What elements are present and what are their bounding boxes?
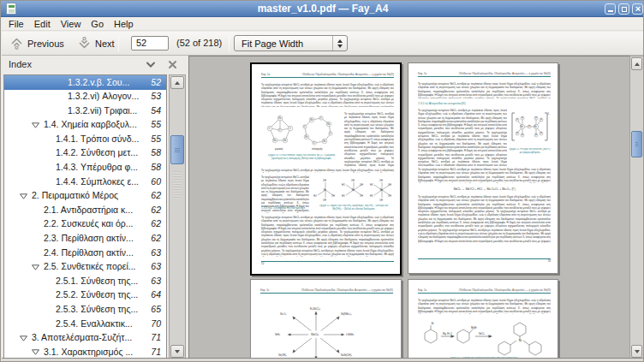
- toc-item[interactable]: 2.4. Περίθλαση ακτίν...63: [4, 246, 166, 260]
- toc-item[interactable]: 1.4.1. Τρόποι σύνδ...55: [4, 132, 166, 146]
- svg-text:Sb: Sb: [278, 116, 282, 120]
- toc-item[interactable]: 2.5.3. Σύνθεση της...65: [4, 303, 166, 317]
- maximize-button[interactable]: [618, 3, 629, 15]
- toc-item[interactable]: 2.5.4. Εναλλακτικ...70: [4, 317, 166, 331]
- pdf-page-55[interactable]: Κεφ. 1οΟξείδια και Υδροξυαλογονίδια, Οξο…: [408, 279, 558, 359]
- svg-text:OH: OH: [323, 199, 326, 202]
- pdf-page-54[interactable]: Κεφ. 1οΟξείδια και Υδροξυαλογονίδια, Οξο…: [250, 279, 402, 359]
- pdf-page-53[interactable]: Κεφ. 1οΟξείδια και Υδροξυαλογονίδια, Οξο…: [408, 62, 558, 274]
- toc-item[interactable]: 1.4.3. Υπέρυθρα φ...58: [4, 161, 166, 175]
- scroll-up-button[interactable]: [170, 76, 184, 89]
- section-heading: 1.3.2.v.β. Σουλφίδια του αντιμονίου: [261, 206, 311, 210]
- next-page-button[interactable]: Next: [77, 33, 115, 53]
- toolbar: Previous Next 52 (52 of 218) Fit Page Wi…: [2, 32, 644, 56]
- toc-item[interactable]: 2.2. Συσκευές και όρ...62: [4, 217, 166, 232]
- svg-text:HO: HO: [342, 183, 345, 187]
- scheme-label-3: NaSb(OH)₆: [341, 353, 352, 357]
- svg-text:Sb: Sb: [519, 339, 522, 342]
- scrollbar-thumb[interactable]: [631, 131, 642, 157]
- sidebar-scrollbar[interactable]: [169, 74, 186, 359]
- menu-edit[interactable]: Edit: [29, 18, 56, 31]
- expander-triangle-icon[interactable]: [32, 264, 39, 270]
- chemical-structure-figure: SbOHHOOHOH SbOHHOHOOHOH SbOHHOHOOHOHOH: [313, 176, 394, 204]
- menu-view[interactable]: View: [56, 18, 86, 31]
- toc-item[interactable]: 2. Πειραματικό Μέρος62: [4, 189, 166, 204]
- page-number-input[interactable]: 52: [131, 36, 169, 50]
- page-footer: 52: [261, 261, 394, 265]
- figure-label: πολυμερής: [312, 147, 323, 151]
- zoom-mode-combobox[interactable]: Fit Page Width: [234, 35, 348, 51]
- scroll-up-button[interactable]: [631, 57, 642, 70]
- scroll-down-button[interactable]: [170, 345, 184, 358]
- expander-triangle-icon[interactable]: [32, 122, 39, 128]
- svg-text:O: O: [289, 127, 291, 130]
- document-view[interactable]: Κεφ. 1οΟξείδια και Υδροξυαλογονίδια, Οξο…: [188, 56, 629, 359]
- scroll-down-button[interactable]: [631, 345, 642, 358]
- toc-item-label: 2.5.4. Εναλλακτικ...: [56, 318, 133, 329]
- svg-text:O: O: [269, 127, 271, 130]
- toc-item[interactable]: 1.4. Χημεία καρβοξυλ...55: [4, 118, 166, 133]
- pdf-page-52[interactable]: Κεφ. 1οΟξείδια και Υδροξυαλογονίδια, Οξο…: [250, 62, 402, 276]
- toc-item-label: 2. Πειραματικό Μέρος: [32, 190, 118, 200]
- toc-item[interactable]: 1.3.2.vi) Αλογον...53: [4, 90, 166, 104]
- toc-item[interactable]: 2.3. Περίθλαση ακτίν...62: [4, 232, 166, 246]
- scheme-reagent-1: Mg, Et₂O: [443, 332, 452, 335]
- svg-text:Sb: Sb: [310, 118, 313, 122]
- toc-item-label: 3.1. Χαρακτηρισμός ...: [44, 347, 133, 357]
- svg-text:OH: OH: [351, 179, 355, 182]
- toc-item[interactable]: 1.3.2.vii) Τριφαι...54: [4, 104, 166, 118]
- menu-go[interactable]: Go: [86, 18, 109, 31]
- toc-item-label: 1.4.3. Υπέρυθρα φ...: [56, 162, 138, 172]
- toc-item[interactable]: 1.4.4. Σύμπλοκες ε...60: [4, 175, 166, 189]
- scrollbar-thumb[interactable]: [170, 135, 184, 164]
- chemical-structure-figure: 2- SbSb FFFFFFFFF: [510, 111, 551, 145]
- toc-item[interactable]: 2.5.2. Σύνθεση της...64: [4, 288, 166, 303]
- expander-triangle-icon[interactable]: [20, 335, 27, 341]
- menubar: FileEditViewGoHelp: [2, 18, 644, 31]
- toc-item[interactable]: 2.5.1. Σύνθεση της...63: [4, 274, 166, 288]
- toc-item-page: 62: [151, 233, 161, 243]
- svg-text:Sb: Sb: [352, 188, 355, 192]
- menu-file[interactable]: File: [3, 18, 29, 31]
- sidebar-close-icon[interactable]: [168, 60, 177, 69]
- window-bottom-frame: [2, 358, 644, 361]
- toc-item-label: 2.3. Περίθλαση ακτίν...: [44, 233, 134, 243]
- page-count-label: (52 of 218): [176, 38, 222, 48]
- previous-page-button[interactable]: Previous: [9, 33, 64, 53]
- window-title: master_v1.0.pdf — Fay_A4: [1, 3, 644, 15]
- toc-item-page: 55: [151, 134, 161, 144]
- menu-help[interactable]: Help: [109, 18, 139, 31]
- toc-item-label: 1.4. Χημεία καρβοξυλ...: [44, 119, 137, 129]
- page-text: Το τριχλωριούχο αντιμόνιο SbCl₃ αντιδρά …: [261, 216, 394, 257]
- toc-item-page: 62: [151, 218, 161, 228]
- svg-text:Sb: Sb: [534, 125, 538, 128]
- toc-item-page: 71: [151, 347, 161, 357]
- expander-triangle-icon[interactable]: [20, 193, 27, 199]
- toc-item[interactable]: 1.4.2. Σύνθεση μετ...58: [4, 146, 166, 161]
- close-button[interactable]: ×: [632, 3, 643, 15]
- toc-item[interactable]: 2.5. Συνθετικές πορεί...63: [4, 260, 166, 275]
- scheme-center-label: SbCl₃: [311, 333, 319, 336]
- svg-text:Sb: Sb: [521, 125, 524, 128]
- zoom-mode-value: Fit Page Width: [242, 38, 303, 50]
- document-scrollbar[interactable]: [629, 56, 644, 359]
- chevron-down-icon[interactable]: [146, 61, 156, 68]
- page-text: Το τριχλωριούχο αντιμόνιο SbCl₃ αντιδρά …: [418, 168, 551, 183]
- expander-triangle-icon[interactable]: [32, 349, 39, 355]
- svg-text:Sb: Sb: [273, 139, 277, 142]
- toc-item-page: 60: [151, 176, 161, 187]
- page-text: Το τριχλωριούχο αντιμόνιο SbCl₃ αντιδρά …: [344, 112, 394, 167]
- toc-item-page: 63: [151, 247, 161, 258]
- toc-item-label: 1.3.2.v.β. Σου...: [68, 77, 129, 87]
- svg-text:O: O: [304, 125, 306, 128]
- toc-item-page: 65: [151, 304, 161, 314]
- toc-item[interactable]: 3. Αποτελέσματα-Συζήτ...71: [4, 331, 166, 346]
- toc-item[interactable]: 1.3.2.v.β. Σου...52: [4, 75, 166, 90]
- page-header: Κεφ. 1οΟξείδια και Υδροξυαλογονίδια, Οξο…: [260, 287, 393, 294]
- minimize-button[interactable]: [605, 3, 616, 15]
- page-text: Το τριχλωριούχο αντιμόνιο SbCl₃ αντιδρά …: [261, 83, 394, 107]
- titlebar[interactable]: master_v1.0.pdf — Fay_A4 ×: [1, 1, 644, 17]
- toc-item[interactable]: 2.1. Αντιδραστήρια κ...62: [4, 203, 166, 217]
- svg-text:OH: OH: [379, 199, 383, 202]
- pdf-viewer-window: master_v1.0.pdf — Fay_A4 × FileEditViewG…: [0, 0, 644, 362]
